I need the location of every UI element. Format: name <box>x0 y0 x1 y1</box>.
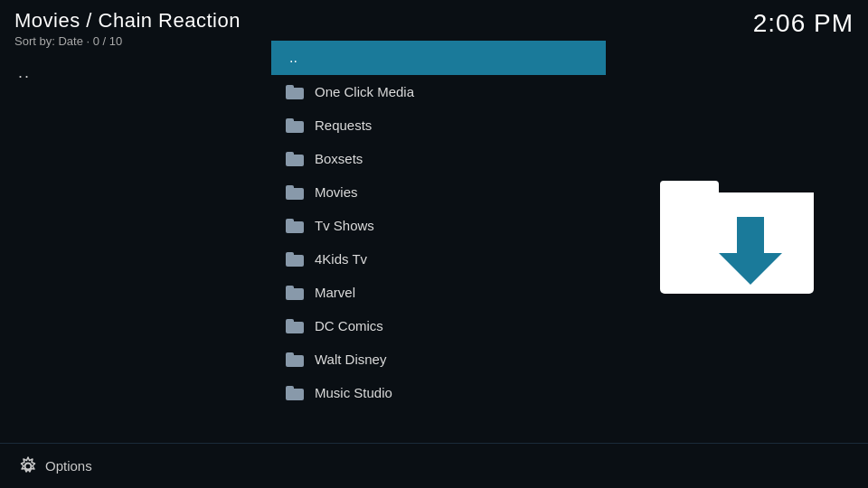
back-item[interactable]: .. <box>271 41 606 75</box>
clock-display: 2:06 PM <box>753 9 854 38</box>
folder-icon-walt-disney <box>286 352 304 367</box>
page-title: Movies / Chain Reaction <box>14 9 241 33</box>
folder-icon-dc-comics <box>286 319 304 333</box>
list-item-requests[interactable]: Requests <box>271 108 606 142</box>
sort-info: Sort by: Date · 0 / 10 <box>14 34 241 48</box>
item-label-one-click-media: One Click Media <box>315 84 414 99</box>
list-items-container: One Click MediaRequestsBoxsetsMoviesTv S… <box>271 75 606 409</box>
item-label-dc-comics: DC Comics <box>315 318 383 333</box>
folder-icon-tv-shows <box>286 219 304 233</box>
folder-icon-marvel <box>286 286 304 300</box>
item-label-tv-shows: Tv Shows <box>315 218 374 233</box>
list-item-dc-comics[interactable]: DC Comics <box>271 309 606 343</box>
list-item-walt-disney[interactable]: Walt Disney <box>271 343 606 376</box>
folder-icon-music-studio <box>286 386 304 400</box>
back-indicator: .. <box>18 63 31 82</box>
list-item-4kids-tv[interactable]: 4Kids Tv <box>271 242 606 276</box>
folder-icon-boxsets <box>286 152 304 166</box>
header-left: Movies / Chain Reaction Sort by: Date · … <box>14 9 241 48</box>
folder-svg <box>656 167 818 303</box>
list-item-boxsets[interactable]: Boxsets <box>271 142 606 175</box>
list-item-marvel[interactable]: Marvel <box>271 276 606 309</box>
folder-icon-one-click-media <box>286 85 304 99</box>
item-label-walt-disney: Walt Disney <box>315 352 386 367</box>
gear-icon <box>18 456 38 476</box>
item-label-music-studio: Music Studio <box>315 385 392 400</box>
item-label-requests: Requests <box>315 117 372 133</box>
right-panel <box>606 41 868 429</box>
left-panel: .. <box>0 54 271 443</box>
folder-icon-movies <box>286 185 304 200</box>
folder-icon-4kids-tv <box>286 252 304 267</box>
svg-rect-2 <box>660 192 814 203</box>
options-button[interactable]: Options <box>18 456 92 476</box>
list-item-movies[interactable]: Movies <box>271 175 606 209</box>
item-label-boxsets: Boxsets <box>315 151 363 166</box>
list-item-tv-shows[interactable]: Tv Shows <box>271 209 606 242</box>
list-panel: .. One Click MediaRequestsBoxsetsMoviesT… <box>271 41 606 429</box>
options-label: Options <box>45 458 92 474</box>
item-label-movies: Movies <box>315 184 358 200</box>
list-item-music-studio[interactable]: Music Studio <box>271 376 606 409</box>
back-label: .. <box>289 50 297 66</box>
svg-point-4 <box>25 463 32 469</box>
list-item-one-click-media[interactable]: One Click Media <box>271 75 606 108</box>
item-label-4kids-tv: 4Kids Tv <box>315 251 367 267</box>
item-label-marvel: Marvel <box>315 285 355 300</box>
footer: Options <box>0 443 868 488</box>
folder-graphic <box>656 167 818 303</box>
folder-icon-requests <box>286 118 304 133</box>
